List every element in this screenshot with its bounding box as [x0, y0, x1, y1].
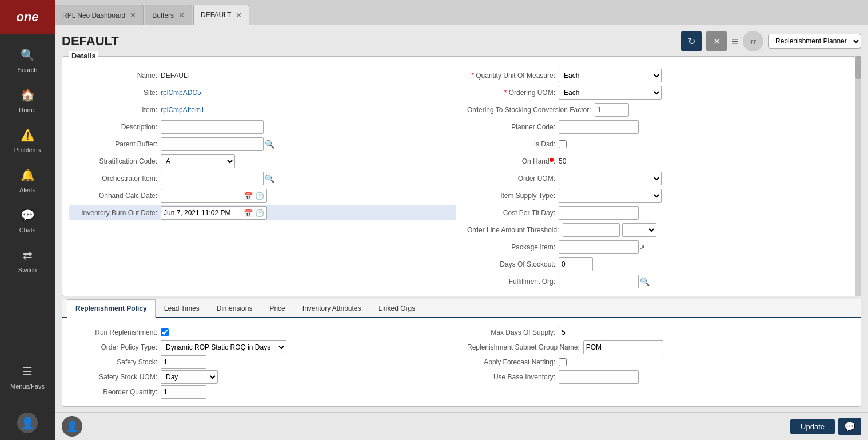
days-of-stockout-input[interactable] — [559, 257, 593, 271]
calendar-icon[interactable]: 📅 — [244, 209, 253, 217]
page-header: DEFAULT ↻ ✕ ≡ rr Replenishment Planner — [62, 25, 861, 56]
description-row: Description: — [69, 120, 456, 134]
apply-forecast-netting-row: Apply Forecast Netting: — [467, 355, 854, 370]
stratification-code-select[interactable]: A — [161, 154, 235, 168]
item-value: rplCmpAItem1 — [161, 106, 205, 114]
sidebar-item-menus[interactable]: ☰ Menus/Favs — [0, 355, 55, 395]
onhand-calc-date-input[interactable] — [162, 192, 242, 200]
item-label: Item: — [69, 106, 161, 114]
safety-stock-input[interactable] — [161, 355, 206, 369]
days-of-stockout-row: Days Of Stockout: — [467, 257, 854, 272]
tab-price[interactable]: Price — [261, 299, 293, 318]
safety-stock-uom-select[interactable]: Day Week Month — [161, 370, 218, 384]
order-uom-select[interactable] — [559, 172, 662, 185]
tab-buffers[interactable]: Buffers ✕ — [145, 5, 192, 25]
tab-replenishment-policy[interactable]: Replenishment Policy — [67, 299, 156, 318]
item-link[interactable]: rplCmpAItem1 — [161, 106, 205, 114]
tab-inventory-attributes[interactable]: Inventory Attributes — [294, 299, 370, 318]
parent-buffer-search-button[interactable]: 🔍 — [264, 140, 276, 149]
tab-close-icon[interactable]: ✕ — [178, 11, 185, 19]
order-line-amount-label: Order Line Amount Threshold: — [467, 226, 563, 234]
calendar-icon[interactable]: 📅 — [244, 192, 253, 200]
apply-forecast-netting-label: Apply Forecast Netting: — [467, 358, 559, 366]
parent-buffer-input[interactable] — [161, 137, 264, 151]
details-panel: Details Name: DEFAULT Site: rplCmpADC5 — [62, 56, 861, 296]
name-label: Name: — [69, 72, 161, 80]
refresh-button[interactable]: ↻ — [681, 31, 702, 51]
sidebar-item-problems[interactable]: ⚠️ Problems — [0, 119, 55, 159]
close-button[interactable]: ✕ — [706, 31, 727, 51]
ordering-uom-select[interactable]: Each — [559, 86, 662, 100]
description-input[interactable] — [161, 120, 264, 134]
header-actions: ↻ ✕ ≡ rr Replenishment Planner — [681, 31, 861, 51]
reorder-quantity-input[interactable] — [161, 385, 206, 399]
section-tab-bar: Replenishment Policy Lead Times Dimensio… — [62, 299, 861, 318]
chat-button[interactable]: 💬 — [838, 418, 861, 435]
fulfillment-org-group: 🔍 — [559, 275, 651, 288]
run-replenishment-checkbox[interactable] — [161, 328, 169, 336]
avatar: rr — [743, 31, 763, 51]
tab-close-icon[interactable]: ✕ — [236, 11, 242, 19]
order-policy-type-select[interactable]: Dynamic ROP Static ROQ in Days Static RO… — [161, 340, 286, 354]
planner-code-input[interactable] — [559, 120, 639, 134]
fulfillment-org-search-button[interactable]: 🔍 — [639, 277, 651, 286]
order-line-amount-input[interactable] — [563, 223, 620, 237]
clock-icon[interactable]: 🕐 — [255, 209, 264, 217]
planner-code-row: Planner Code: — [467, 120, 854, 134]
item-row: Item: rplCmpAItem1 — [69, 102, 456, 117]
package-item-external-link[interactable]: ↗ — [639, 243, 645, 252]
use-base-inventory-input[interactable] — [559, 370, 639, 384]
site-link[interactable]: rplCmpADC5 — [161, 89, 201, 97]
is-dsd-checkbox[interactable] — [559, 140, 567, 148]
menus-icon: ☰ — [17, 361, 38, 382]
sidebar-item-switch[interactable]: ⇄ Switch — [0, 239, 55, 279]
on-hand-label-text: On Hand — [522, 157, 550, 165]
role-select[interactable]: Replenishment Planner — [768, 34, 861, 49]
max-days-supply-input[interactable] — [559, 326, 604, 339]
inventory-burn-out-date-input[interactable] — [162, 209, 242, 217]
item-supply-type-select[interactable] — [559, 189, 662, 203]
cost-per-tlt-label: Cost Per Tlt Day: — [467, 209, 559, 217]
cost-per-tlt-input[interactable] — [559, 206, 639, 220]
warning-icon: ⚠️ — [17, 125, 38, 145]
orchestrator-item-search-button[interactable]: 🔍 — [264, 174, 276, 183]
clock-icon[interactable]: 🕐 — [255, 192, 264, 200]
tab-rpl-neo-dashboard[interactable]: RPL Neo Dashboard ✕ — [55, 5, 144, 25]
replenishment-subnet-input[interactable] — [583, 340, 663, 354]
tab-label: DEFAULT — [201, 11, 231, 19]
section-content: Run Replenishment: Order Policy Type: Dy… — [62, 318, 861, 406]
sidebar-item-alerts[interactable]: 🔔 Alerts — [0, 159, 55, 199]
tab-bar: RPL Neo Dashboard ✕ Buffers ✕ DEFAULT ✕ — [55, 0, 868, 25]
ordering-uom-row: Ordering UOM: Each — [467, 85, 854, 100]
tab-label: RPL Neo Dashboard — [62, 11, 125, 19]
on-hand-label: On Hand: — [467, 157, 559, 165]
apply-forecast-netting-checkbox[interactable] — [559, 358, 567, 366]
sidebar-item-search[interactable]: 🔍 Search — [0, 39, 55, 79]
section-tabs: Replenishment Policy Lead Times Dimensio… — [62, 299, 861, 407]
app-logo[interactable]: one — [0, 0, 55, 34]
tab-default[interactable]: DEFAULT ✕ — [193, 5, 249, 25]
sidebar-item-home[interactable]: 🏠 Home — [0, 79, 55, 119]
tab-label: Linked Orgs — [379, 304, 416, 312]
bottom-user-icon[interactable]: 👤 — [62, 416, 82, 437]
tab-lead-times[interactable]: Lead Times — [156, 299, 208, 318]
ordering-stocking-input[interactable] — [595, 103, 629, 117]
menu-button[interactable]: ≡ — [731, 35, 738, 48]
page-content: DEFAULT ↻ ✕ ≡ rr Replenishment Planner D… — [55, 25, 868, 412]
order-uom-row: Order UOM: — [467, 171, 854, 186]
sidebar-item-user[interactable]: 👤 — [0, 407, 55, 440]
tab-linked-orgs[interactable]: Linked Orgs — [370, 299, 424, 318]
sidebar-item-label: Home — [19, 106, 35, 113]
ordering-uom-label: Ordering UOM: — [467, 89, 559, 97]
tab-close-icon[interactable]: ✕ — [130, 11, 136, 19]
update-button[interactable]: Update — [790, 419, 835, 434]
scrollbar-thumb[interactable] — [855, 56, 861, 79]
tab-dimensions[interactable]: Dimensions — [208, 299, 261, 318]
orchestrator-item-input[interactable] — [161, 172, 264, 185]
sidebar-item-chats[interactable]: 💬 Chats — [0, 199, 55, 239]
qty-uom-select[interactable]: Each — [559, 69, 662, 82]
safety-stock-row: Safety Stock: — [69, 355, 456, 370]
fulfillment-org-input[interactable] — [559, 275, 639, 288]
package-item-input[interactable] — [559, 240, 639, 254]
order-line-amount-select[interactable] — [622, 223, 656, 237]
